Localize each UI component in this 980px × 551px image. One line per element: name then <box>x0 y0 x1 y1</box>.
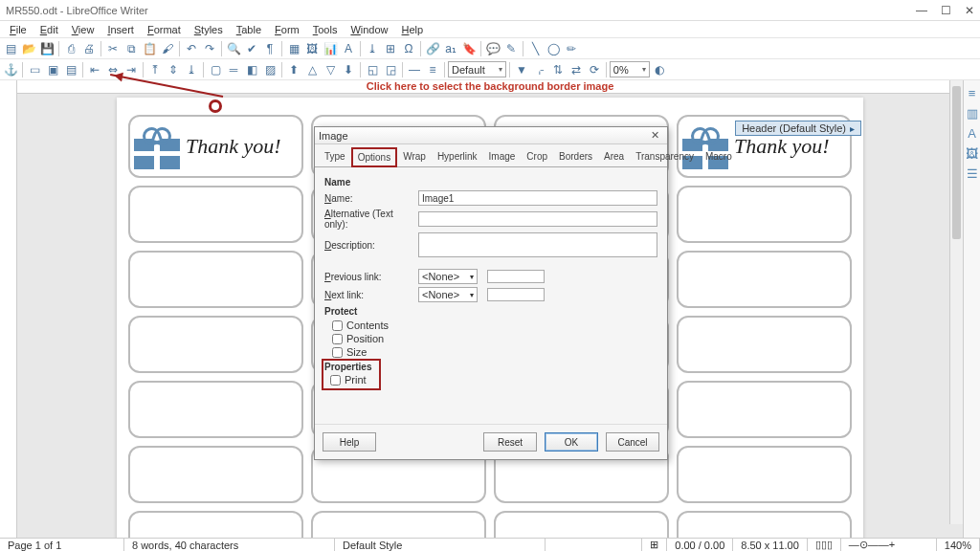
status-view[interactable]: ▯▯▯ <box>808 539 841 551</box>
menu-file[interactable]: File <box>4 23 33 36</box>
linewidth-icon[interactable]: ≡ <box>424 61 441 78</box>
clone-format-icon[interactable]: 🖌 <box>159 40 176 57</box>
bring-front-icon[interactable]: ⬆ <box>285 61 302 78</box>
border-color-icon[interactable]: ◧ <box>243 61 260 78</box>
formatting-marks-icon[interactable]: ¶ <box>261 40 278 57</box>
label-card[interactable] <box>677 381 852 438</box>
menu-styles[interactable]: Styles <box>189 23 229 36</box>
copy-icon[interactable]: ⧉ <box>122 40 140 57</box>
label-card[interactable] <box>311 511 486 538</box>
prev-link-select[interactable]: <None> <box>418 269 478 284</box>
redo-icon[interactable]: ↷ <box>201 40 218 57</box>
status-page[interactable]: Page 1 of 1 <box>0 539 124 551</box>
open-icon[interactable]: 📂 <box>20 40 37 57</box>
label-card[interactable] <box>677 316 852 373</box>
find-icon[interactable]: 🔍 <box>225 40 242 57</box>
style-select[interactable]: Default <box>448 61 506 77</box>
wrap-through-icon[interactable]: ▤ <box>62 61 79 78</box>
tab-options[interactable]: Options <box>351 147 397 167</box>
menu-table[interactable]: Table <box>231 23 267 36</box>
label-card[interactable] <box>128 316 303 373</box>
contents-checkbox[interactable] <box>332 320 343 331</box>
navigator-icon[interactable]: ☰ <box>967 166 978 181</box>
gallery-icon[interactable]: 🖼 <box>966 146 978 161</box>
field-icon[interactable]: ⊞ <box>382 40 399 57</box>
tab-type[interactable]: Type <box>319 147 351 167</box>
linestyle-icon[interactable]: — <box>406 61 423 78</box>
undo-icon[interactable]: ↶ <box>183 40 200 57</box>
next-link-select[interactable]: <None> <box>418 287 478 302</box>
dialog-titlebar[interactable]: Image ✕ <box>315 127 667 144</box>
page-break-icon[interactable]: ⤓ <box>364 40 381 57</box>
label-card[interactable] <box>677 511 852 538</box>
print-checkbox[interactable] <box>330 375 341 386</box>
label-card[interactable] <box>128 381 303 438</box>
flip-h-icon[interactable]: ⇄ <box>568 61 585 78</box>
status-words[interactable]: 8 words, 40 characters <box>124 539 335 551</box>
menu-window[interactable]: Window <box>345 23 393 36</box>
align-left-icon[interactable]: ⇤ <box>86 61 103 78</box>
image-icon[interactable]: 🖼 <box>303 40 321 57</box>
label-card[interactable] <box>128 446 303 503</box>
paste-icon[interactable]: 📋 <box>141 40 158 57</box>
reset-button[interactable]: Reset <box>483 432 537 452</box>
footnote-icon[interactable]: a₁ <box>442 40 459 57</box>
filter-icon[interactable]: ▼ <box>513 61 530 78</box>
rotate-icon[interactable]: ⟳ <box>586 61 603 78</box>
label-card[interactable] <box>677 446 852 503</box>
draw-icon[interactable]: ✏ <box>563 40 580 57</box>
special-char-icon[interactable]: Ω <box>400 40 417 57</box>
menu-view[interactable]: View <box>66 23 100 36</box>
borders-icon[interactable]: ▢ <box>207 61 224 78</box>
name-field[interactable] <box>418 190 657 206</box>
label-card[interactable]: Thank you! <box>128 115 303 178</box>
background-icon[interactable]: ◲ <box>382 61 399 78</box>
zoom-slider[interactable]: —⊙——+ <box>841 539 937 551</box>
bookmark-icon[interactable]: 🔖 <box>460 40 478 57</box>
tab-image[interactable]: Image <box>483 147 522 167</box>
prev-link-browse[interactable] <box>487 270 545 283</box>
backward-icon[interactable]: ▽ <box>322 61 339 78</box>
menu-format[interactable]: Format <box>142 23 187 36</box>
menu-edit[interactable]: Edit <box>34 23 64 36</box>
comment-icon[interactable]: 💬 <box>484 40 501 57</box>
wrap-off-icon[interactable]: ▭ <box>26 61 43 78</box>
close-button[interactable]: ✕ <box>965 4 974 17</box>
position-checkbox[interactable] <box>332 334 343 344</box>
hyperlink-icon[interactable]: 🔗 <box>424 40 441 57</box>
properties-icon[interactable]: ≡ <box>969 86 976 100</box>
status-style[interactable]: Default Style <box>335 539 546 551</box>
print-icon[interactable]: 🖨 <box>80 40 98 57</box>
textbox-icon[interactable]: A <box>340 40 357 57</box>
size-checkbox[interactable] <box>332 347 343 358</box>
header-badge[interactable]: Header (Default Style) <box>735 121 861 136</box>
status-insert[interactable]: ⊞ <box>642 539 667 551</box>
tab-wrap[interactable]: Wrap <box>397 147 432 167</box>
label-card[interactable] <box>494 511 669 538</box>
ok-button[interactable]: OK <box>545 432 598 452</box>
align-right-icon[interactable]: ⇥ <box>122 61 140 78</box>
align-top-icon[interactable]: ⤒ <box>146 61 164 78</box>
align-bottom-icon[interactable]: ⤓ <box>183 61 200 78</box>
tab-hyperlink[interactable]: Hyperlink <box>432 147 483 167</box>
label-card[interactable] <box>128 186 303 243</box>
transparency-select[interactable]: 0% <box>610 61 650 77</box>
label-card[interactable] <box>677 186 852 243</box>
export-pdf-icon[interactable]: ⎙ <box>62 40 79 57</box>
color-icon[interactable]: ◐ <box>651 61 668 78</box>
styles-panel-icon[interactable]: A <box>968 126 976 141</box>
menu-form[interactable]: Form <box>269 23 305 36</box>
menu-tools[interactable]: Tools <box>307 23 344 36</box>
tab-transparency[interactable]: Transparency <box>630 147 700 167</box>
page-panel-icon[interactable]: ▥ <box>967 106 978 121</box>
border-style-icon[interactable]: ═ <box>225 61 242 78</box>
help-button[interactable]: Help <box>323 432 376 452</box>
label-card[interactable] <box>677 251 852 308</box>
crop-icon[interactable]: ⌌ <box>531 61 548 78</box>
area-style-icon[interactable]: ▨ <box>261 61 278 78</box>
save-icon[interactable]: 💾 <box>38 40 56 57</box>
status-zoom[interactable]: 140% <box>937 539 980 551</box>
minimize-button[interactable]: — <box>916 4 927 17</box>
maximize-button[interactable]: ☐ <box>941 4 951 17</box>
new-icon[interactable]: ▤ <box>2 40 19 57</box>
